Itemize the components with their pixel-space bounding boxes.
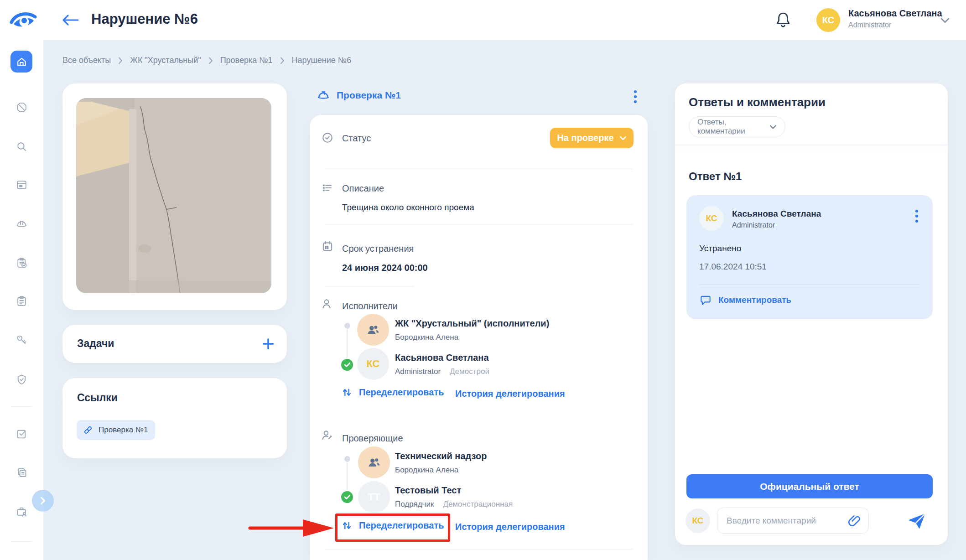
composer-avatar-initials: КС [692, 516, 703, 526]
breadcrumb-separator-icon [280, 57, 285, 64]
breadcrumb-separator-icon [118, 57, 123, 64]
comments-panel: Ответы и комментарии Ответы, комментарии… [675, 83, 948, 545]
reply-heading: Ответ №1 [689, 170, 742, 183]
executors-person-icon [320, 297, 333, 310]
add-task-plus-icon[interactable] [261, 337, 275, 351]
annotation-highlight-box [335, 513, 450, 542]
violation-photo-card [62, 83, 287, 310]
reviewer-group-avatar [358, 446, 390, 478]
description-label: Описание [342, 183, 384, 194]
timeline-check-icon [340, 490, 354, 504]
reply-author-name: Касьянова Светлана [732, 209, 821, 219]
reviewer-subtitle: ПодрядчикДемонстрационная [395, 500, 513, 509]
notifications-bell-icon[interactable] [774, 11, 792, 29]
executor-group-avatar [357, 314, 389, 346]
breadcrumb-item-complex[interactable]: ЖК "Хрустальный" [130, 56, 201, 65]
app-window: Нарушение №6 КС Касьянова Светлана Admin… [0, 0, 966, 560]
sidebar-item-key-icon[interactable] [10, 329, 32, 351]
inspection-header: Проверка №1 [317, 88, 401, 102]
sidebar-item-search-icon[interactable] [10, 135, 32, 157]
violation-details-card: Статус На проверке Описание Трещина окол… [310, 115, 648, 560]
reviewer-subtitle: Бородкина Алена [395, 466, 458, 475]
reply-card: КС Касьянова Светлана Administrator Устр… [686, 195, 933, 319]
tasks-title: Задачи [77, 337, 114, 350]
executor-avatar-initials: КС [366, 358, 379, 370]
official-reply-button[interactable]: Официальный ответ [686, 474, 933, 498]
deadline-calendar-icon [321, 240, 334, 253]
sidebar-item-ban-icon[interactable] [10, 96, 32, 118]
sidebar-divider [11, 406, 32, 407]
sidebar-item-checkbox-icon[interactable] [10, 423, 32, 445]
comment-action-button[interactable]: Комментировать [699, 294, 791, 306]
links-card: Ссылки Проверка №1 [62, 378, 287, 458]
link-chip-inspection[interactable]: Проверка №1 [77, 420, 155, 440]
status-label: Статус [342, 133, 371, 144]
sidebar-item-window-icon[interactable] [10, 174, 32, 196]
comments-filter-dropdown[interactable]: Ответы, комментарии [689, 116, 785, 137]
timeline-check-icon [340, 358, 354, 372]
redelegate-swap-icon [341, 387, 353, 398]
divider [325, 169, 633, 169]
status-dropdown-button[interactable]: На проверке [550, 128, 634, 148]
comment-input[interactable] [717, 508, 869, 534]
chevron-down-icon [769, 124, 777, 130]
executors-history-link[interactable]: История делегирования [455, 389, 565, 399]
reviewers-label: Проверяющие [342, 433, 403, 444]
sidebar-item-shield-check-icon[interactable] [10, 368, 32, 390]
sidebar-item-copy-icon[interactable] [10, 461, 32, 483]
breadcrumb-item-all-objects[interactable]: Все объекты [62, 56, 111, 65]
deadline-label: Срок устранения [342, 244, 414, 254]
divider [325, 286, 414, 287]
sidebar-item-home-icon[interactable] [10, 51, 32, 73]
executor-org: Демострой [450, 367, 489, 376]
status-value: На проверке [557, 133, 613, 143]
user-name: Касьянова Светлана [848, 8, 942, 19]
comment-action-label: Комментировать [718, 295, 791, 305]
user-avatar[interactable]: КС [816, 8, 840, 32]
reply-menu-dots-icon[interactable] [914, 208, 920, 224]
page-title: Нарушение №6 [91, 11, 198, 27]
sidebar-expand-chevron-right-icon[interactable] [32, 490, 54, 512]
timeline-line [347, 329, 348, 358]
user-avatar-initials: КС [822, 15, 834, 26]
speech-bubble-icon [699, 294, 712, 306]
sidebar-divider [11, 541, 32, 542]
breadcrumb-separator-icon [208, 57, 213, 64]
sidebar-item-clipboard-icon[interactable] [10, 290, 32, 312]
reviewer-role: Подрядчик [395, 500, 434, 508]
back-arrow-icon[interactable] [61, 14, 80, 26]
app-logo-eye-icon[interactable] [9, 8, 37, 31]
reviewers-history-link[interactable]: История делегирования [455, 522, 565, 532]
executor-subtitle: Бородкина Алена [395, 333, 458, 342]
link-chain-icon [83, 425, 93, 435]
sidebar-item-clipboard-check-icon[interactable] [10, 252, 32, 274]
status-circle-check-icon [321, 131, 334, 144]
description-list-icon [321, 181, 334, 194]
reviewer-title: Тестовый Тест [395, 485, 461, 496]
reviewers-person-edit-icon [320, 429, 333, 441]
timeline-dot [344, 323, 350, 329]
executor-title: Касьянова Светлана [395, 353, 489, 363]
reviewer-avatar: ТТ [358, 481, 390, 513]
breadcrumb: Все объекты ЖК "Хрустальный" Проверка №1… [62, 56, 351, 65]
send-comment-icon[interactable] [907, 512, 927, 530]
breadcrumb-item-violation[interactable]: Нарушение №6 [292, 56, 352, 65]
user-menu-chevron-down-icon[interactable] [940, 17, 950, 24]
inspection-link[interactable]: Проверка №1 [337, 90, 401, 101]
executor-avatar: КС [357, 348, 389, 380]
violation-photo[interactable] [76, 98, 271, 293]
sidebar-nav [0, 40, 43, 560]
inspection-menu-dots-icon[interactable] [632, 88, 639, 105]
attach-paperclip-icon[interactable] [847, 514, 861, 528]
deadline-value: 24 июня 2024 00:00 [342, 263, 428, 273]
tasks-card: Задачи [62, 325, 287, 363]
comments-filter-value: Ответы, комментарии [697, 118, 769, 136]
group-icon [365, 321, 381, 338]
breadcrumb-item-inspection[interactable]: Проверка №1 [220, 56, 273, 65]
sidebar-item-briefcase-user-icon[interactable] [10, 501, 32, 523]
executors-redelegate-button[interactable]: Переделегировать [341, 387, 444, 398]
sidebar-item-hardhat-icon[interactable] [10, 213, 32, 234]
divider [325, 224, 633, 225]
timeline-line [347, 462, 348, 490]
comments-title: Ответы и комментарии [689, 95, 826, 109]
